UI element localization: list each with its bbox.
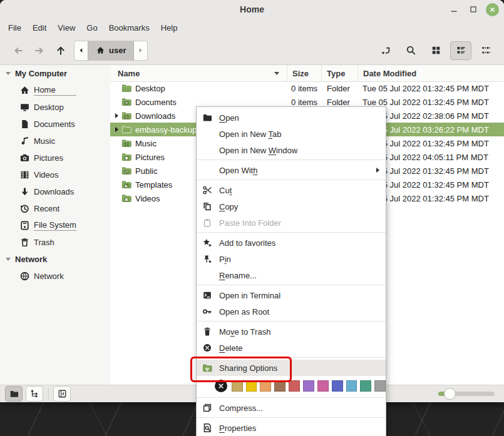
column-header-type[interactable]: Type — [322, 65, 358, 81]
icon-view-button[interactable] — [425, 41, 446, 60]
breadcrumb-left-arrow[interactable] — [75, 41, 88, 60]
menu-item-properties[interactable]: Properties — [197, 420, 386, 436]
hide-sidebar-toggle-button[interactable] — [53, 386, 71, 402]
menu-item-open-in-new-window[interactable]: Open in New Window — [197, 142, 386, 158]
menu-item-label: Rename... — [219, 271, 257, 280]
color-swatch-3[interactable] — [274, 380, 285, 392]
sidebar-item-label: Pictures — [34, 153, 63, 163]
menu-item-copy[interactable]: Copy — [197, 198, 386, 215]
menu-item-delete[interactable]: Delete — [197, 340, 386, 356]
sidebar-item-recent[interactable]: Recent — [0, 200, 110, 217]
row-expander[interactable] — [113, 113, 120, 118]
menu-item-rename[interactable]: Rename... — [197, 267, 386, 283]
menu-item-open-as-root[interactable]: Open as Root — [197, 303, 386, 320]
color-swatch-6[interactable] — [317, 380, 329, 392]
zoom-slider[interactable] — [438, 392, 495, 396]
menubar: FileEditViewGoBookmarksHelp — [0, 19, 504, 36]
list-view-button[interactable] — [450, 41, 471, 60]
color-swatch-2[interactable] — [260, 380, 271, 392]
file-name: Public — [135, 166, 157, 176]
color-swatch-1[interactable] — [246, 380, 257, 392]
menu-item-label: Pin — [219, 255, 231, 264]
color-swatch-10[interactable] — [374, 380, 386, 392]
color-swatch-9[interactable] — [360, 380, 371, 392]
menu-item-label: Open With — [219, 166, 257, 175]
sidebar-item-documents[interactable]: Documents — [0, 116, 110, 133]
sidebar-item-network[interactable]: Network — [0, 268, 110, 285]
breadcrumb: user — [74, 41, 148, 61]
menu-item-label: Move to Trash — [219, 327, 270, 337]
sidebar-item-label: Documents — [34, 119, 75, 129]
list-view-icon — [456, 45, 466, 56]
menu-item-pin[interactable]: Pin — [197, 251, 386, 267]
home-icon — [19, 85, 30, 96]
sort-arrow-icon — [274, 72, 279, 75]
sidebar-item-label: File System — [34, 220, 76, 231]
minimize-button[interactable] — [447, 3, 461, 16]
maximize-button[interactable] — [466, 3, 480, 16]
close-button[interactable] — [486, 3, 499, 16]
column-header-size[interactable]: Size — [287, 65, 322, 81]
submenu-arrow-icon — [376, 168, 379, 173]
sidebar-item-label: Music — [34, 136, 55, 146]
search-icon — [406, 45, 416, 56]
menu-item-cut[interactable]: Cut — [197, 182, 386, 198]
compact-view-button[interactable] — [475, 41, 496, 60]
menu-item-sharing-options[interactable]: Sharing Options — [197, 360, 386, 376]
sidebar-item-desktop[interactable]: Desktop — [0, 99, 110, 116]
menu-item-open-in-new-tab[interactable]: Open in New Tab — [197, 126, 386, 142]
sidebar-section-my-computer[interactable]: My Computer — [0, 65, 110, 82]
document-icon — [19, 119, 30, 129]
column-header-name[interactable]: Name — [110, 65, 287, 81]
desktop-icon — [19, 102, 30, 113]
section-expander-icon[interactable] — [6, 258, 11, 261]
trash-filled-icon — [202, 327, 212, 337]
sidebar-section-network[interactable]: Network — [0, 251, 110, 268]
sidebar-item-music[interactable]: Music — [0, 133, 110, 150]
menu-item-add-to-favorites[interactable]: Add to favorites — [197, 235, 386, 251]
menubar-item-file[interactable]: File — [3, 21, 27, 34]
menubar-item-help[interactable]: Help — [155, 21, 183, 34]
clear-color-button[interactable] — [215, 380, 227, 392]
search-button[interactable] — [400, 41, 421, 60]
color-swatch-5[interactable] — [303, 380, 314, 392]
menubar-item-edit[interactable]: Edit — [27, 21, 52, 34]
breadcrumb-segment-user[interactable]: user — [88, 41, 134, 60]
sidebar-item-file-system[interactable]: File System — [0, 217, 110, 234]
back-button[interactable] — [8, 41, 29, 60]
breadcrumb-right-arrow[interactable] — [134, 41, 147, 60]
menubar-item-bookmarks[interactable]: Bookmarks — [103, 21, 155, 34]
menu-item-open[interactable]: Open — [197, 109, 386, 126]
column-header-date-modified[interactable]: Date Modified — [358, 65, 504, 81]
sidebar-item-home[interactable]: Home — [0, 82, 110, 99]
row-expander[interactable] — [113, 127, 120, 132]
color-swatch-7[interactable] — [332, 380, 343, 392]
folder-downloads-icon: ↓ — [120, 111, 135, 121]
treeview-toggle-button[interactable] — [26, 386, 43, 402]
menubar-item-view[interactable]: View — [52, 21, 81, 34]
file-row-desktop[interactable]: Desktop0 itemsFolderTue 05 Jul 2022 01:3… — [110, 81, 504, 95]
menubar-item-go[interactable]: Go — [81, 21, 103, 34]
sidebar-item-videos[interactable]: Videos — [0, 166, 110, 183]
menu-item-compress[interactable]: Compress... — [197, 400, 386, 416]
section-expander-icon[interactable] — [6, 72, 11, 75]
sidebar-item-pictures[interactable]: Pictures — [0, 150, 110, 166]
zoom-slider-handle[interactable] — [444, 388, 456, 400]
sidebar-item-trash[interactable]: Trash — [0, 234, 110, 251]
color-swatch-8[interactable] — [346, 380, 357, 392]
menu-icon-placeholder — [202, 145, 212, 155]
sidebar-item-downloads[interactable]: Downloads — [0, 183, 110, 200]
color-swatch-0[interactable] — [232, 380, 243, 392]
places-toggle-button[interactable] — [5, 386, 23, 402]
menu-item-label: Add to favorites — [219, 238, 275, 248]
forward-button[interactable] — [29, 41, 50, 60]
up-button[interactable] — [50, 41, 71, 60]
menu-item-open-in-terminal[interactable]: Open in Terminal — [197, 287, 386, 303]
menu-item-open-with[interactable]: Open With — [197, 162, 386, 178]
color-swatch-4[interactable] — [289, 380, 300, 392]
toggle-location-entry-button[interactable] — [375, 41, 396, 60]
menu-item-move-to-trash[interactable]: Move to Trash — [197, 323, 386, 340]
file-date-modified: Tue 05 Jul 2022 01:32:45 PM MDT — [358, 98, 504, 107]
titlebar[interactable]: Home — [0, 0, 504, 19]
toggle-location-entry-icon — [381, 45, 391, 56]
